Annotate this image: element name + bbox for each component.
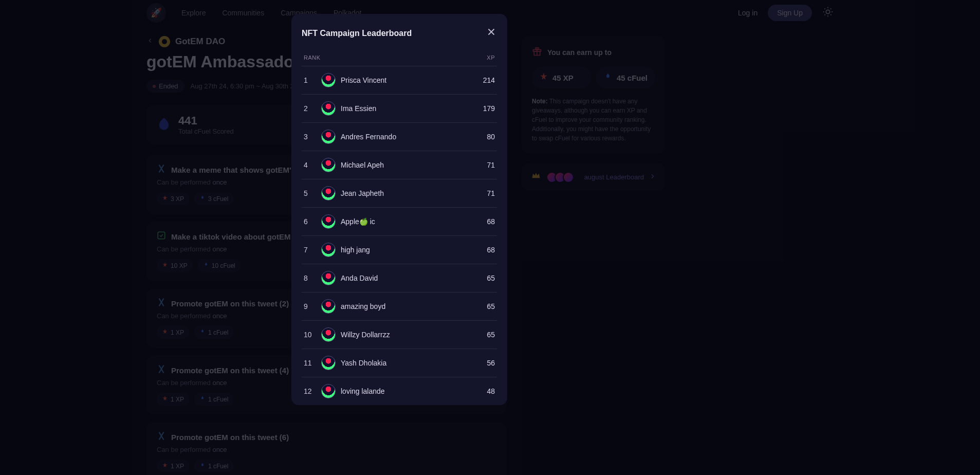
row-name: loving lalande: [341, 387, 385, 395]
row-rank: 9: [304, 302, 321, 310]
row-name: Anda David: [341, 274, 378, 282]
avatar: [321, 243, 336, 257]
row-xp: 80: [469, 133, 495, 141]
row-name: amazing boyd: [341, 302, 385, 310]
row-xp: 68: [469, 246, 495, 254]
row-xp: 65: [469, 331, 495, 339]
avatar: [321, 214, 336, 229]
row-xp: 214: [469, 76, 495, 84]
avatar: [321, 158, 336, 172]
row-rank: 2: [304, 104, 321, 113]
th-user: [321, 54, 469, 61]
row-xp: 71: [469, 189, 495, 197]
row-rank: 4: [304, 161, 321, 169]
row-name: Michael Apeh: [341, 161, 384, 169]
leaderboard-row[interactable]: 5Jean Japheth71: [302, 179, 497, 207]
modal-title: NFT Campaign Leaderboard: [302, 29, 412, 38]
close-icon[interactable]: [486, 26, 497, 40]
avatar: [321, 73, 336, 87]
th-xp: XP: [469, 54, 495, 61]
row-rank: 8: [304, 274, 321, 282]
row-xp: 68: [469, 217, 495, 226]
row-rank: 5: [304, 189, 321, 197]
leaderboard-row[interactable]: 2Ima Essien179: [302, 94, 497, 122]
leaderboard-row[interactable]: 8Anda David65: [302, 264, 497, 292]
avatar: [321, 271, 336, 285]
avatar: [321, 101, 336, 116]
avatar: [321, 384, 336, 398]
leaderboard-row[interactable]: 4Michael Apeh71: [302, 151, 497, 179]
row-rank: 7: [304, 246, 321, 254]
leaderboard-row[interactable]: 9amazing boyd65: [302, 292, 497, 320]
leaderboard-row[interactable]: 10Willzy Dollarrzz65: [302, 320, 497, 349]
row-name: Willzy Dollarrzz: [341, 331, 390, 339]
row-xp: 65: [469, 302, 495, 310]
row-xp: 179: [469, 104, 495, 113]
row-name: Yash Dholakia: [341, 359, 386, 367]
avatar: [321, 186, 336, 200]
leaderboard-row[interactable]: 7high jang68: [302, 235, 497, 264]
row-name: Prisca Vincent: [341, 76, 386, 84]
avatar: [321, 299, 336, 314]
row-rank: 1: [304, 76, 321, 84]
row-rank: 12: [304, 387, 321, 395]
row-xp: 48: [469, 387, 495, 395]
row-name: Jean Japheth: [341, 189, 384, 197]
row-rank: 3: [304, 133, 321, 141]
row-rank: 6: [304, 217, 321, 226]
row-xp: 56: [469, 359, 495, 367]
leaderboard-row[interactable]: 12loving lalande48: [302, 377, 497, 405]
avatar: [321, 130, 336, 144]
avatar: [321, 356, 336, 370]
row-name: high jang: [341, 246, 370, 254]
leaderboard-row[interactable]: 1Prisca Vincent214: [302, 66, 497, 94]
row-rank: 11: [304, 359, 321, 367]
leaderboard-modal: NFT Campaign Leaderboard RANK XP 1Prisca…: [291, 14, 507, 405]
row-name: Ima Essien: [341, 104, 376, 113]
th-rank: RANK: [304, 54, 321, 61]
row-name: Apple🍏 ic: [341, 217, 375, 226]
row-xp: 71: [469, 161, 495, 169]
leaderboard-row[interactable]: 3Andres Fernando80: [302, 122, 497, 151]
leaderboard-row[interactable]: 11Yash Dholakia56: [302, 349, 497, 377]
avatar: [321, 327, 336, 342]
row-xp: 65: [469, 274, 495, 282]
row-name: Andres Fernando: [341, 133, 396, 141]
row-rank: 10: [304, 331, 321, 339]
leaderboard-row[interactable]: 6Apple🍏 ic68: [302, 207, 497, 235]
